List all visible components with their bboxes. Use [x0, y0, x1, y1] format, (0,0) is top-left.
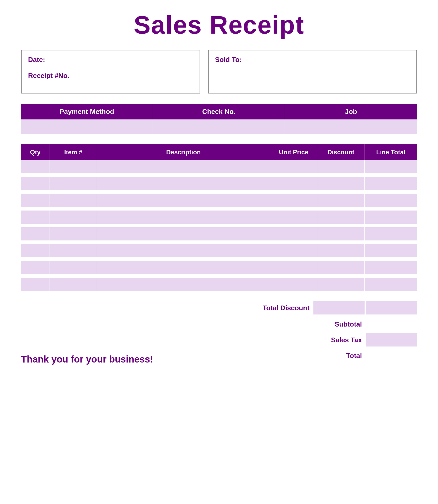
payment-method-header: Payment Method — [21, 104, 153, 119]
job-header: Job — [285, 104, 417, 119]
line-total-cell — [365, 160, 417, 173]
discount-cell — [317, 244, 365, 257]
description-cell — [97, 278, 270, 291]
qty-cell — [21, 244, 50, 257]
unit-price-cell — [270, 244, 317, 257]
qty-cell — [21, 261, 50, 274]
receipt-label: Receipt #No. — [28, 72, 193, 80]
discount-cell — [317, 278, 365, 291]
sales-tax-value — [366, 333, 417, 346]
unit-price-cell — [270, 194, 317, 207]
item-num-cell — [50, 211, 97, 224]
job-cell — [285, 119, 417, 134]
item-num-cell — [50, 160, 97, 173]
thank-you-text: Thank you for your business! — [21, 354, 153, 365]
payment-method-cell — [21, 119, 153, 134]
discount-cell — [317, 261, 365, 274]
check-no-header: Check No. — [153, 104, 285, 119]
description-cell — [97, 211, 270, 224]
item-num-header: Item # — [50, 144, 97, 160]
description-cell — [97, 227, 270, 240]
totals-section: Total Discount Subtotal Sales Tax Total — [263, 301, 417, 365]
table-row — [21, 177, 417, 190]
bottom-section: Thank you for your business! Total Disco… — [21, 301, 417, 365]
subtotal-label: Subtotal — [312, 320, 366, 328]
item-num-cell — [50, 194, 97, 207]
discount-header: Discount — [317, 144, 365, 160]
total-discount-label: Total Discount — [263, 304, 313, 312]
info-section: Date: Receipt #No. Sold To: — [21, 50, 417, 93]
item-num-cell — [50, 278, 97, 291]
total-discount-box1 — [313, 301, 365, 314]
unit-price-cell — [270, 211, 317, 224]
unit-price-cell — [270, 261, 317, 274]
line-total-cell — [365, 261, 417, 274]
line-total-cell — [365, 244, 417, 257]
line-total-cell — [365, 211, 417, 224]
total-row: Total — [312, 349, 417, 362]
description-cell — [97, 261, 270, 274]
item-num-cell — [50, 177, 97, 190]
table-row — [21, 244, 417, 257]
payment-header: Payment Method Check No. Job — [21, 104, 417, 119]
sales-tax-label: Sales Tax — [312, 336, 366, 344]
discount-cell — [317, 160, 365, 173]
unit-price-cell — [270, 227, 317, 240]
subtotal-row: Subtotal — [312, 318, 417, 331]
items-section: Qty Item # Description Unit Price Discou… — [21, 144, 417, 291]
item-num-cell — [50, 244, 97, 257]
total-discount-row: Total Discount — [263, 301, 417, 314]
check-no-cell — [153, 119, 285, 134]
subtotal-value — [366, 318, 417, 331]
unit-price-cell — [270, 278, 317, 291]
unit-price-cell — [270, 177, 317, 190]
description-cell — [97, 160, 270, 173]
total-discount-boxes — [313, 301, 417, 314]
sold-to-label: Sold To: — [215, 56, 410, 64]
table-row — [21, 211, 417, 224]
discount-cell — [317, 177, 365, 190]
discount-cell — [317, 194, 365, 207]
sales-tax-row: Sales Tax — [312, 333, 417, 346]
table-row — [21, 261, 417, 274]
item-num-cell — [50, 261, 97, 274]
payment-data-row — [21, 119, 417, 134]
date-label: Date: — [28, 56, 193, 64]
item-num-cell — [50, 227, 97, 240]
table-row — [21, 227, 417, 240]
total-discount-box2 — [366, 301, 417, 314]
payment-section: Payment Method Check No. Job — [21, 104, 417, 134]
qty-cell — [21, 177, 50, 190]
discount-cell — [317, 227, 365, 240]
table-row — [21, 160, 417, 173]
qty-cell — [21, 211, 50, 224]
table-row — [21, 194, 417, 207]
qty-cell — [21, 227, 50, 240]
description-cell — [97, 177, 270, 190]
line-total-cell — [365, 278, 417, 291]
sold-to-box: Sold To: — [208, 50, 417, 93]
total-value — [366, 349, 417, 362]
unit-price-header: Unit Price — [270, 144, 317, 160]
items-header: Qty Item # Description Unit Price Discou… — [21, 144, 417, 160]
qty-header: Qty — [21, 144, 50, 160]
qty-cell — [21, 160, 50, 173]
table-row — [21, 278, 417, 291]
line-total-cell — [365, 194, 417, 207]
line-total-cell — [365, 227, 417, 240]
unit-price-cell — [270, 160, 317, 173]
date-receipt-box: Date: Receipt #No. — [21, 50, 200, 93]
total-label: Total — [312, 352, 366, 360]
line-total-header: Line Total — [365, 144, 417, 160]
page-title: Sales Receipt — [21, 10, 417, 39]
description-cell — [97, 244, 270, 257]
qty-cell — [21, 194, 50, 207]
qty-cell — [21, 278, 50, 291]
discount-cell — [317, 211, 365, 224]
description-header: Description — [97, 144, 270, 160]
description-cell — [97, 194, 270, 207]
line-total-cell — [365, 177, 417, 190]
